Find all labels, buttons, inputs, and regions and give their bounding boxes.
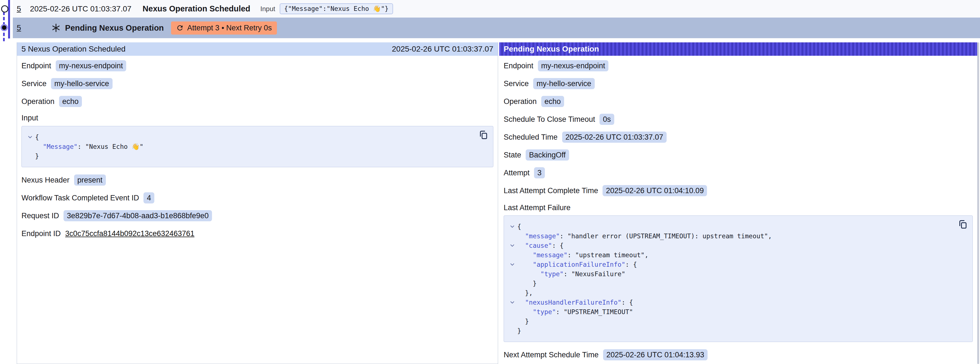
field-nexus-header: Nexus Headerpresent: [21, 174, 493, 186]
field-scheduled-time: Scheduled Time2025-02-26 UTC 01:03:37.07: [504, 132, 973, 143]
event-timestamp: 2025-02-26 UTC 01:03:37.07: [30, 5, 132, 13]
copy-icon: [958, 219, 968, 230]
code-line: }: [507, 317, 956, 326]
code-gutter: [507, 288, 517, 298]
failure-code-block: { "message": "handler error (UPSTREAM_TI…: [504, 216, 973, 342]
field-attempt: Attempt3: [504, 167, 973, 178]
field-label: Service: [504, 80, 529, 88]
field-value-badge: 2025-02-26 UTC 01:04:10.09: [603, 185, 707, 196]
event-panel-title: 5 Nexus Operation Scheduled: [21, 45, 126, 54]
code-line: "message": "upstream timeout",: [507, 250, 956, 260]
code-gutter: [507, 250, 517, 260]
timeline-selected-marker: [0, 24, 8, 31]
copy-button[interactable]: [478, 129, 488, 141]
field-value-badge: 2025-02-26 UTC 01:03:37.07: [562, 132, 667, 143]
event-row-scheduled[interactable]: 5 2025-02-26 UTC 01:03:37.07 Nexus Opera…: [13, 0, 980, 18]
field-label: Operation: [504, 97, 537, 106]
timeline-active-bar: [8, 0, 10, 38]
field-workflow-task-completed-event-id: Workflow Task Completed Event ID4: [21, 192, 493, 203]
event-id-link[interactable]: 5: [17, 23, 21, 32]
field-last-attempt-complete-time: Last Attempt Complete Time2025-02-26 UTC…: [504, 185, 973, 196]
event-row-pending[interactable]: 5 Pending Nexus Operation Attempt 3 • Ne…: [13, 18, 980, 38]
field-value-badge: my-nexus-endpoint: [538, 60, 609, 71]
field-value-badge: 4: [143, 192, 154, 203]
field-operation: Operationecho: [21, 96, 493, 107]
collapse-caret-icon[interactable]: [507, 222, 517, 231]
field-label: Workflow Task Completed Event ID: [21, 194, 139, 202]
code-line: {: [507, 222, 956, 231]
field-endpoint-id: Endpoint ID 3c0c75ccfa8144b092c13ce63246…: [21, 228, 493, 239]
field-endpoint: Endpointmy-nexus-endpoint: [504, 60, 973, 71]
field-request-id: Request ID3e829b7e-7d67-4b08-aad3-b1e868…: [21, 210, 493, 221]
field-label: Next Attempt Schedule Time: [504, 351, 599, 359]
code-gutter: [507, 269, 517, 279]
field-value-badge: my-nexus-endpoint: [56, 60, 126, 71]
code-line: "type": "NexusFailure": [507, 269, 956, 279]
field-operation: Operationecho: [504, 96, 973, 107]
field-endpoint: Endpointmy-nexus-endpoint: [21, 60, 493, 71]
field-label: Endpoint: [504, 62, 533, 70]
collapse-caret-icon[interactable]: [507, 260, 517, 269]
input-code-block: { "Message": "Nexus Echo 👋"}: [21, 126, 493, 167]
collapse-caret-icon[interactable]: [25, 133, 35, 142]
pending-title: Pending Nexus Operation: [65, 23, 164, 33]
field-value-badge: my-hello-service: [533, 78, 595, 89]
workflow-history-screen: 5 2025-02-26 UTC 01:03:37.07 Nexus Opera…: [0, 0, 980, 364]
field-value-badge: BackingOff: [526, 149, 569, 161]
pending-fields: Endpointmy-nexus-endpointServicemy-hello…: [504, 60, 973, 196]
field-value-badge: 3e829b7e-7d67-4b08-aad3-b1e868bfe9e0: [64, 210, 212, 221]
field-label: Request ID: [21, 212, 59, 220]
field-service: Servicemy-hello-service: [21, 78, 493, 89]
copy-button[interactable]: [958, 219, 968, 231]
pending-panel-header: Pending Nexus Operation: [499, 42, 977, 56]
code-gutter: [25, 151, 35, 161]
field-value-badge: 3: [534, 167, 545, 178]
attempt-retry-text: Attempt 3 • Next Retry 0s: [187, 24, 272, 32]
field-label: Nexus Header: [21, 176, 70, 185]
code-line: "type": "UPSTREAM_TIMEOUT": [507, 307, 956, 317]
field-label: Endpoint ID: [21, 229, 61, 238]
collapse-caret-icon[interactable]: [507, 241, 517, 250]
event-fields: Endpointmy-nexus-endpointServicemy-hello…: [21, 60, 493, 107]
field-value-badge: echo: [59, 96, 82, 107]
field-label: Schedule To Close Timeout: [504, 115, 595, 124]
field-label: Operation: [21, 97, 55, 106]
code-gutter: [25, 142, 35, 151]
event-input-label: Input: [261, 5, 275, 13]
field-value-badge: 2025-02-26 UTC 01:04:13.93: [603, 349, 708, 360]
code-gutter: [507, 231, 517, 241]
field-value-badge: present: [74, 174, 106, 186]
failure-section-label: Last Attempt Failure: [504, 203, 973, 212]
code-line: }: [25, 151, 476, 161]
code-line: "nexusHandlerFailureInfo": {: [507, 298, 956, 307]
code-gutter: [507, 326, 517, 335]
retry-icon: [176, 24, 184, 32]
code-line: {: [25, 133, 476, 142]
field-service: Servicemy-hello-service: [504, 78, 973, 89]
scrollbar-thumb[interactable]: [977, 42, 979, 364]
pending-asterisk-icon: [51, 23, 61, 33]
code-line: "message": "handler error (UPSTREAM_TIME…: [507, 231, 956, 241]
event-input-chip: {"Message":"Nexus Echo 👋"}: [280, 3, 393, 14]
field-label: Scheduled Time: [504, 133, 558, 142]
code-gutter: [507, 307, 517, 317]
field-value-badge: echo: [541, 96, 565, 107]
code-line: "applicationFailureInfo": {: [507, 260, 956, 269]
collapse-caret-icon[interactable]: [507, 298, 517, 307]
field-label: Endpoint: [21, 62, 51, 70]
event-panel-timestamp: 2025-02-26 UTC 01:03:37.07: [392, 45, 493, 54]
code-line: }: [507, 279, 956, 288]
timeline-start-marker: [1, 5, 8, 13]
pending-panel-title: Pending Nexus Operation: [504, 45, 599, 54]
endpoint-id-link[interactable]: 3c0c75ccfa8144b092c13ce632463761: [65, 229, 194, 238]
event-id-link[interactable]: 5: [17, 5, 21, 13]
field-value-badge: 0s: [600, 114, 614, 125]
code-line: "cause": {: [507, 241, 956, 250]
event-fields-2: Nexus HeaderpresentWorkflow Task Complet…: [21, 174, 493, 221]
field-label: Service: [21, 80, 46, 88]
event-detail-panel: 5 Nexus Operation Scheduled 2025-02-26 U…: [17, 42, 498, 364]
code-line: "Message": "Nexus Echo 👋": [25, 142, 476, 151]
field-label: Attempt: [504, 169, 530, 177]
attempt-retry-badge: Attempt 3 • Next Retry 0s: [171, 21, 277, 35]
code-line: },: [507, 288, 956, 298]
